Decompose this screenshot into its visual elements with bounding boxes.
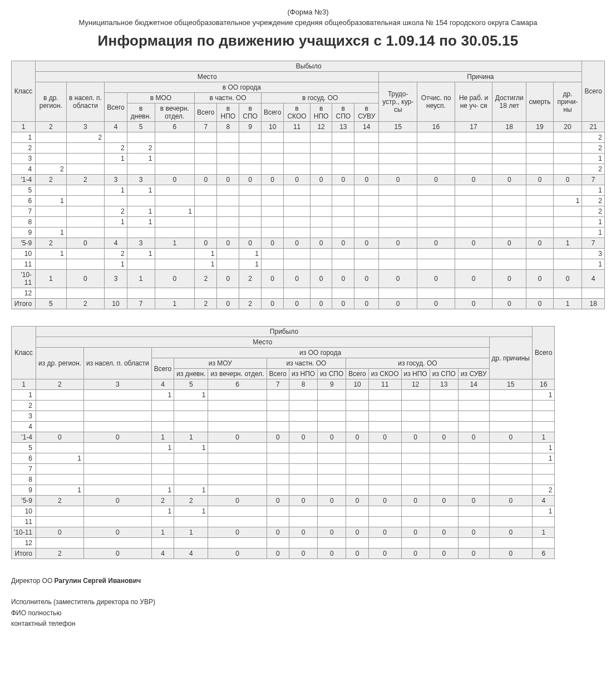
data-cell [36,259,67,270]
klass-cell: 8 [12,217,36,228]
klass-cell: '10-11 [12,270,36,288]
data-cell [368,443,401,453]
data-cell [401,485,430,496]
table-row: '1-4001100000000001 [12,432,555,443]
data-cell [458,390,489,401]
data-cell [553,143,582,154]
data-cell [267,517,289,527]
data-cell [217,249,239,259]
table-row: Итого5210712020000000000118 [12,299,605,309]
klass-cell: 2 [12,401,36,411]
klass-cell: 5 [12,443,36,453]
data-cell [289,485,317,496]
h2-dr: др. при­чи­ны [489,337,532,379]
h-city: в ОО города [105,82,379,93]
data-cell [83,411,151,422]
data-cell [318,411,346,422]
data-cell [430,475,458,485]
data-cell [553,185,582,196]
data-cell: 0 [379,238,417,249]
data-cell [284,288,310,299]
data-cell [267,443,289,453]
data-cell [401,464,430,475]
data-cell [217,132,239,143]
data-cell [489,443,532,453]
data-cell [267,401,289,411]
data-cell [532,517,554,527]
table-row: '5-9202200000000004 [12,496,555,506]
data-cell [208,464,267,475]
data-cell [318,517,346,527]
h2-vsego-moo: Всего [151,358,174,379]
data-cell [492,206,526,217]
data-cell: 0 [66,238,105,249]
page-title: Информация по движению учащихся с 1.09.1… [11,32,605,50]
data-cell: 2 [36,164,67,175]
data-cell [417,164,455,175]
data-cell: 0 [458,548,489,559]
data-cell [261,164,283,175]
klass-cell: 3 [12,154,36,164]
h2-chast: из частн. ОО [267,358,346,369]
klass-cell: 6 [12,453,36,464]
data-cell [261,132,283,143]
data-cell [489,485,532,496]
data-cell: 0 [83,527,151,538]
data-cell [267,485,289,496]
col-num: 6 [208,379,267,390]
col-num: 5 [174,379,208,390]
klass-cell: Итого [12,548,36,559]
col-num: 16 [532,379,554,390]
h-vecher: в вечерн. отдел. [155,103,194,122]
data-cell [66,196,105,206]
data-cell [66,228,105,238]
data-cell [217,259,239,270]
data-cell [458,485,489,496]
data-cell [289,411,317,422]
data-cell [379,288,417,299]
data-cell [332,249,354,259]
data-cell [354,196,379,206]
data-cell [83,464,151,475]
data-cell [417,143,455,154]
data-cell [368,506,401,517]
data-cell: 3 [105,175,127,185]
table-row: 611 [12,453,555,464]
data-cell: 0 [261,238,283,249]
data-cell: 0 [430,432,458,443]
klass-cell: 7 [12,206,36,217]
data-cell [310,132,332,143]
data-cell [332,196,354,206]
h-dr: др. при­чи­ны [553,82,582,122]
klass-cell: 1 [12,132,36,143]
data-cell: 0 [318,548,346,559]
data-cell: 0 [332,270,354,288]
col-num: 13 [430,379,458,390]
col-num: 4 [151,379,174,390]
data-cell: 1 [155,299,194,309]
h2-vecher: из вечерн. отдел. [208,369,267,379]
data-cell: 2 [195,299,217,309]
col-num: 20 [553,122,582,132]
data-cell [346,475,368,485]
data-cell: 0 [284,238,310,249]
column-numbers-row: 123456789101112131415161718192021 [12,122,605,132]
data-cell: 1 [127,217,155,228]
klass-cell: 10 [12,506,36,517]
data-cell [455,185,492,196]
klass-cell: '5-9 [12,496,36,506]
data-cell [354,288,379,299]
data-cell [401,506,430,517]
data-cell [217,154,239,164]
data-cell [284,249,310,259]
table-row: 11 [12,517,555,527]
table-row: 4 [12,422,555,432]
klass-cell: 6 [12,196,36,206]
data-cell [267,506,289,517]
data-cell [310,196,332,206]
data-cell: 0 [379,299,417,309]
table-row: Итого204400000000006 [12,548,555,559]
data-cell: 0 [239,175,262,185]
data-cell [151,422,174,432]
data-cell: 0 [401,527,430,538]
